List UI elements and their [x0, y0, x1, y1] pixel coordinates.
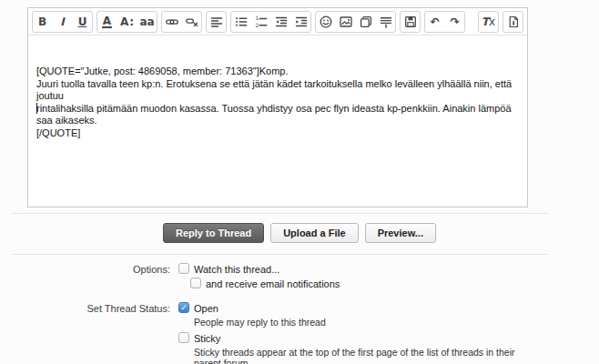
watch-thread-option[interactable]: ✓ Watch this thread... [178, 263, 599, 275]
quote-icon [379, 15, 393, 29]
toolbar-group-history: ↶ ↷ [424, 11, 465, 33]
remove-formatting-button[interactable]: Tx [479, 12, 498, 32]
message-text: [QUOTE="Jutke, post: 4869058, member: 71… [36, 66, 519, 139]
open-status-label[interactable]: Open [194, 302, 218, 314]
toolbar-group-bbcode [503, 11, 523, 33]
upload-a-file-button[interactable]: Upload a File [270, 223, 358, 243]
reply-editor: B I U A A: aa 12 [27, 7, 528, 207]
email-notifications-option[interactable]: ✓ and receive email notifications [190, 278, 599, 289]
insert-quote-button[interactable] [376, 12, 395, 32]
insert-media-button[interactable] [356, 12, 375, 32]
message-text-area[interactable]: [QUOTE="Jutke, post: 4869058, member: 71… [28, 35, 527, 207]
toolbar-group-draft [400, 11, 421, 33]
bbcode-toggle-icon [506, 15, 521, 29]
undo-button[interactable]: ↶ [425, 12, 444, 32]
bold-button[interactable]: B [33, 12, 52, 32]
alignment-button[interactable] [207, 12, 226, 32]
options-form: Options: ✓ Watch this thread... ✓ and re… [0, 263, 599, 364]
unlink-button[interactable] [182, 12, 201, 32]
email-notifications-label[interactable]: and receive email notifications [206, 278, 340, 289]
outdent-button[interactable] [271, 12, 290, 32]
ordered-list-button[interactable]: 12 [251, 12, 270, 32]
sticky-status-label[interactable]: Sticky [194, 332, 220, 344]
outdent-icon [274, 15, 289, 29]
sticky-status-checkbox[interactable]: ✓ [178, 332, 189, 343]
email-notifications-checkbox[interactable]: ✓ [190, 278, 201, 288]
watch-thread-label[interactable]: Watch this thread... [194, 263, 279, 275]
sticky-status-option[interactable]: ✓ Sticky [178, 332, 599, 344]
check-icon: ✓ [180, 304, 188, 312]
underline-button[interactable]: U [73, 12, 92, 32]
toolbar-group-remove-format: Tx [478, 11, 499, 33]
open-status-description: People may reply to this thread [194, 317, 599, 328]
editor-toolbar: B I U A A: aa 12 [28, 8, 527, 35]
toolbar-group-basic: B I U [32, 11, 93, 33]
open-status-checkbox[interactable]: ✓ [178, 302, 189, 313]
link-icon [165, 15, 179, 29]
action-button-row: Reply to Thread Upload a File Preview... [0, 223, 599, 243]
alignment-icon [209, 15, 224, 29]
redo-button[interactable]: ↷ [445, 12, 464, 32]
unordered-list-icon [234, 15, 249, 29]
thread-status-row: Set Thread Status: ✓ Open People may rep… [0, 302, 599, 364]
smilies-button[interactable] [316, 12, 335, 32]
save-draft-button[interactable] [401, 12, 420, 32]
text-color-icon: A [102, 15, 112, 28]
divider-bottom [12, 254, 548, 255]
unordered-list-button[interactable] [231, 12, 250, 32]
text-color-button[interactable]: A [97, 12, 117, 32]
ordered-list-icon: 12 [254, 15, 269, 29]
bbcode-editor-toggle-button[interactable] [503, 12, 523, 32]
font-size-icon: A [120, 16, 128, 27]
underline-icon: U [78, 16, 87, 27]
bold-icon: B [38, 16, 46, 27]
reply-to-thread-button[interactable]: Reply to Thread [163, 223, 264, 243]
indent-icon [294, 15, 309, 29]
toolbar-group-link [161, 11, 202, 33]
toolbar-group-list: 12 [230, 11, 311, 33]
divider-top [12, 213, 548, 214]
unlink-icon [185, 15, 199, 29]
svg-text:1: 1 [255, 15, 259, 21]
toolbar-group-insert [315, 11, 396, 33]
remove-formatting-icon: T [482, 16, 489, 27]
options-row: Options: ✓ Watch this thread... ✓ and re… [0, 263, 599, 292]
link-button[interactable] [162, 12, 181, 32]
redo-icon: ↷ [450, 16, 459, 27]
insert-image-button[interactable] [336, 12, 355, 32]
text-cursor [36, 103, 37, 114]
options-label: Options: [0, 263, 178, 292]
open-status-option[interactable]: ✓ Open [178, 302, 599, 314]
save-icon [403, 15, 418, 29]
font-family-icon: a [139, 16, 147, 27]
italic-icon: I [60, 16, 64, 27]
media-icon [359, 15, 373, 29]
undo-icon: ↶ [430, 16, 439, 27]
font-family-button[interactable]: aa [137, 12, 157, 32]
image-icon [339, 15, 353, 29]
font-size-button[interactable]: A: [117, 12, 137, 32]
italic-button[interactable]: I [53, 12, 72, 32]
thread-status-label: Set Thread Status: [0, 302, 178, 364]
toolbar-group-align [206, 11, 227, 33]
toolbar-group-font: A A: aa [96, 11, 157, 33]
svg-text:2: 2 [255, 21, 259, 27]
indent-button[interactable] [291, 12, 310, 32]
watch-thread-checkbox[interactable]: ✓ [178, 263, 189, 274]
smilie-icon [319, 15, 333, 29]
sticky-status-description: Sticky threads appear at the top of the … [194, 347, 533, 364]
preview-button[interactable]: Preview... [365, 223, 436, 243]
